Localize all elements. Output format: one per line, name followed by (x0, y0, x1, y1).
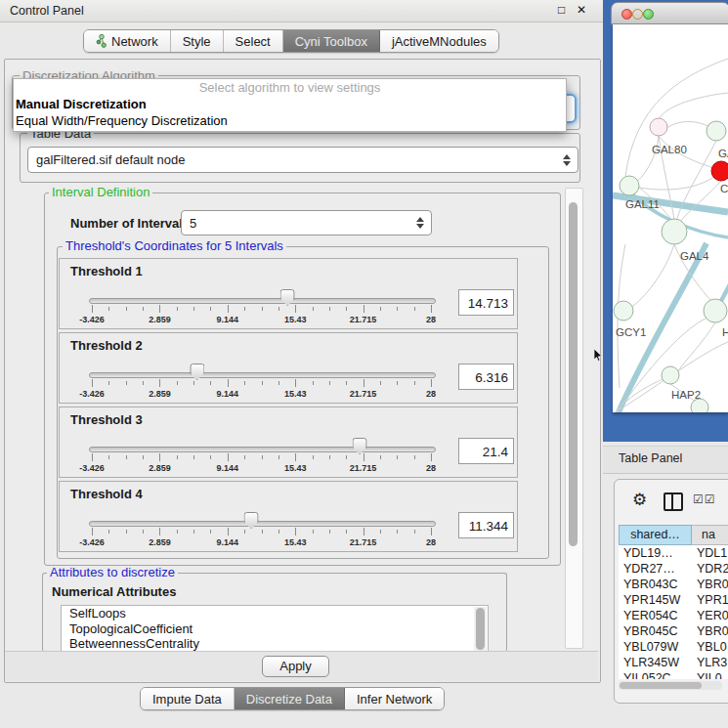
panel-vertical-scrollbar[interactable] (565, 188, 583, 649)
tab-network-label: Network (111, 34, 158, 49)
minimize-traffic-light-icon[interactable] (632, 9, 643, 20)
network-node[interactable] (650, 118, 667, 136)
network-edge (666, 121, 711, 128)
network-node[interactable] (662, 366, 679, 384)
network-node-label: HAP2 (671, 389, 701, 401)
tab-discretize-data[interactable]: Discretize Data (235, 688, 345, 709)
right-region: GAL80GACGAL11GAL4GCY1HHAP2 Table Panel ⚙… (603, 0, 728, 728)
attributes-list-scrollbar[interactable] (474, 607, 487, 651)
threshold-label: Threshold 3 (70, 412, 143, 427)
network-node[interactable] (711, 161, 728, 181)
dropdown-option-manual[interactable]: Manual Discretization (14, 96, 566, 112)
combo-stepper-icon (563, 148, 571, 172)
attribute-list-item[interactable]: TopologicalCoefficient (62, 621, 488, 637)
tab-impute-data-label: Impute Data (152, 692, 222, 707)
network-node[interactable] (707, 121, 726, 141)
dropdown-prompt[interactable]: Select algorithm to view settings (14, 79, 566, 96)
column-layout-icon[interactable] (664, 492, 683, 511)
gear-icon[interactable]: ⚙ (632, 490, 647, 510)
slider-track[interactable] (89, 372, 436, 378)
threshold-row: Threshold 3 -3.4262.8599.14415.4321.7152… (59, 407, 518, 478)
scrollbar-thumb[interactable] (620, 682, 702, 689)
network-edge (630, 244, 674, 308)
network-edge (678, 322, 715, 371)
table-row[interactable]: YPR145WYPR1 (619, 592, 728, 608)
tab-impute-data[interactable]: Impute Data (141, 688, 235, 709)
slider-tick-labels: -3.4262.8599.14415.4321.71528 (92, 537, 431, 548)
bottom-tab-bar: Impute Data Discretize Data Infer Networ… (140, 687, 445, 710)
tab-style-label: Style (183, 34, 211, 49)
threshold-value-field[interactable]: 6.316 (458, 364, 514, 390)
threshold-row: Threshold 1 -3.4262.8599.14415.4321.7152… (59, 258, 518, 329)
network-node[interactable] (662, 219, 687, 244)
number-of-intervals-label: Number of Intervals (70, 216, 190, 231)
control-panel: Control Panel □ ✕ Network Style Select C… (0, 0, 604, 728)
table-row[interactable]: YIL052CYIL0 (619, 670, 728, 679)
slider-track[interactable] (89, 298, 436, 304)
table-row[interactable]: YBR045CYBR0 (619, 623, 728, 639)
network-edge (659, 93, 728, 125)
threshold-value-field[interactable]: 14.713 (458, 289, 514, 316)
threshold-value-field[interactable]: 21.4 (458, 438, 514, 464)
network-node[interactable] (620, 176, 639, 195)
tab-style[interactable]: Style (171, 30, 224, 52)
apply-button[interactable]: Apply (262, 656, 329, 677)
network-node[interactable] (704, 299, 727, 322)
network-node-label: H (722, 326, 728, 338)
table-data-value: galFiltered.sif default node (36, 152, 185, 167)
network-edge (625, 59, 728, 176)
slider-tick-labels: -3.4262.8599.14415.4321.71528 (92, 463, 431, 474)
threshold-label: Threshold 2 (70, 338, 143, 353)
network-window-titlebar[interactable] (611, 2, 728, 24)
number-of-intervals-combobox[interactable]: 5 (181, 210, 432, 236)
network-view[interactable]: GAL80GACGAL11GAL4GCY1HHAP2 (613, 24, 728, 412)
slider-ticks (92, 379, 431, 388)
table-column-header-shared[interactable]: shared… (619, 525, 692, 545)
table-row[interactable]: YLR345WYLR3 (619, 655, 728, 670)
attribute-list-item[interactable]: BetweennessCentrality (62, 636, 488, 652)
interval-definition-label: Interval Definition (49, 186, 152, 199)
attribute-list-item[interactable]: SelfLoops (62, 606, 488, 621)
table-row[interactable]: YDL19…YDL1 (619, 545, 728, 561)
table-row[interactable]: YBL079WYBL0 (619, 639, 728, 655)
threshold-row: Threshold 2 -3.4262.8599.14415.4321.7152… (59, 332, 518, 404)
numerical-attributes-list: SelfLoopsTopologicalCoefficientBetweenne… (61, 605, 489, 653)
tab-infer-network[interactable]: Infer Network (345, 688, 444, 709)
attributes-list-items: SelfLoopsTopologicalCoefficientBetweenne… (62, 606, 488, 652)
slider-ticks (92, 453, 431, 462)
maximize-traffic-light-icon[interactable] (643, 9, 654, 20)
close-icon[interactable]: ✕ (577, 3, 586, 17)
slider-track[interactable] (89, 447, 436, 452)
mouse-cursor (594, 349, 603, 364)
table-panel-title: Table Panel (619, 451, 682, 465)
tab-jactivemnodules[interactable]: jActiveMNodules (380, 30, 498, 52)
number-of-intervals-value: 5 (190, 216, 196, 231)
table-data-combobox[interactable]: galFiltered.sif default node (27, 147, 578, 173)
table-row[interactable]: YER054CYER0 (619, 608, 728, 623)
table-row[interactable]: YDR27…YDR2 (619, 561, 728, 577)
network-node[interactable] (614, 301, 633, 321)
dropdown-option-equal-width[interactable]: Equal Width/Frequency Discretization (14, 112, 566, 129)
table-column-header-name[interactable]: na (692, 525, 728, 545)
float-icon[interactable]: □ (558, 3, 565, 17)
tab-network[interactable]: Network (84, 30, 171, 52)
network-edge (639, 173, 719, 190)
network-node[interactable] (691, 399, 708, 412)
tab-cyni-toolbox[interactable]: Cyni Toolbox (283, 30, 380, 52)
network-node-label: GAL4 (680, 250, 709, 262)
threshold-value-field[interactable]: 11.344 (458, 512, 514, 538)
select-columns-icon[interactable]: ☑☑ (693, 492, 716, 506)
close-traffic-light-icon[interactable] (621, 9, 632, 20)
table-panel-titlebar: Table Panel (603, 446, 728, 474)
table-horizontal-scrollbar[interactable] (619, 681, 722, 690)
network-graph: GAL80GACGAL11GAL4GCY1HHAP2 (613, 24, 728, 412)
tab-jactivemnodules-label: jActiveMNodules (392, 34, 487, 49)
network-node-label: GAL11 (625, 198, 660, 210)
tab-select[interactable]: Select (224, 30, 283, 52)
scrollbar-thumb[interactable] (569, 202, 578, 546)
table-row[interactable]: YBR043CYBR0 (619, 577, 728, 592)
network-node-label: GCY1 (616, 326, 646, 338)
network-icon (96, 34, 107, 48)
slider-track[interactable] (89, 521, 436, 527)
top-tab-bar: Network Style Select Cyni Toolbox jActiv… (83, 29, 499, 53)
